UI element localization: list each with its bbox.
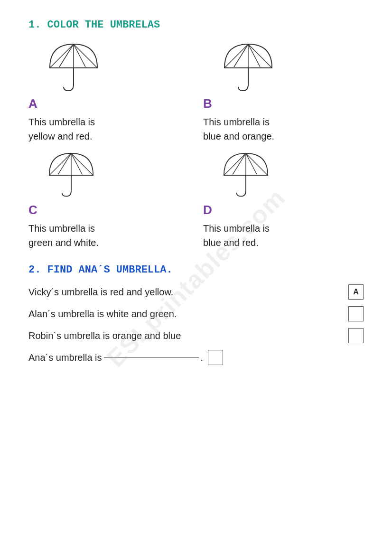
- ana-text-prefix: Ana´s umbrella is: [28, 352, 102, 363]
- ana-underline[interactable]: [104, 357, 199, 358]
- umbrella-cell-d: D This umbrella is blue and red.: [203, 148, 364, 250]
- umbrella-svg-d: [217, 148, 274, 200]
- umbrella-cell-b: B This umbrella is blue and orange.: [203, 39, 364, 143]
- umbrella-text-c: This umbrella is green and white.: [28, 221, 99, 250]
- umbrella-text-d: This umbrella is blue and red.: [203, 221, 270, 250]
- umbrella-svg-c: [43, 148, 100, 200]
- vicky-answer-box[interactable]: A: [348, 284, 364, 300]
- umbrella-label-a: A: [28, 96, 37, 111]
- alan-text: Alan´s umbrella is white and green.: [28, 309, 345, 320]
- find-row-robin: Robin´s umbrella is orange and blue: [28, 328, 364, 343]
- find-row-alan: Alan´s umbrella is white and green.: [28, 306, 364, 321]
- umbrellas-grid: A This umbrella is yellow and red.: [28, 39, 364, 250]
- vicky-text: Vicky´s umbrella is red and yellow.: [28, 287, 345, 298]
- section2: 2. FIND ANA´S UMBRELLA. Vicky´s umbrella…: [28, 264, 364, 365]
- ana-answer-box[interactable]: [208, 350, 223, 365]
- umbrella-cell-c: C This umbrella is green and white.: [28, 148, 189, 250]
- ana-period: .: [201, 352, 204, 363]
- section2-title: 2. FIND ANA´S UMBRELLA.: [28, 264, 364, 276]
- umbrella-label-d: D: [203, 203, 212, 217]
- umbrella-text-b: This umbrella is blue and orange.: [203, 115, 274, 143]
- page-container: 1. COLOR THE UMBRELAS: [28, 19, 364, 365]
- robin-answer-box[interactable]: [348, 328, 364, 343]
- umbrella-label-c: C: [28, 203, 37, 217]
- robin-text: Robin´s umbrella is orange and blue: [28, 330, 345, 341]
- umbrella-cell-a: A This umbrella is yellow and red.: [28, 39, 189, 143]
- section1-title: 1. COLOR THE UMBRELAS: [28, 19, 364, 31]
- find-row-vicky: Vicky´s umbrella is red and yellow. A: [28, 284, 364, 300]
- find-list: Vicky´s umbrella is red and yellow. A Al…: [28, 284, 364, 365]
- find-row-ana: Ana´s umbrella is .: [28, 350, 364, 365]
- umbrella-text-a: This umbrella is yellow and red.: [28, 115, 95, 143]
- umbrella-svg-a: [43, 39, 104, 94]
- umbrella-svg-b: [217, 39, 279, 94]
- alan-answer-box[interactable]: [348, 306, 364, 321]
- section1: 1. COLOR THE UMBRELAS: [28, 19, 364, 250]
- umbrella-label-b: B: [203, 96, 212, 111]
